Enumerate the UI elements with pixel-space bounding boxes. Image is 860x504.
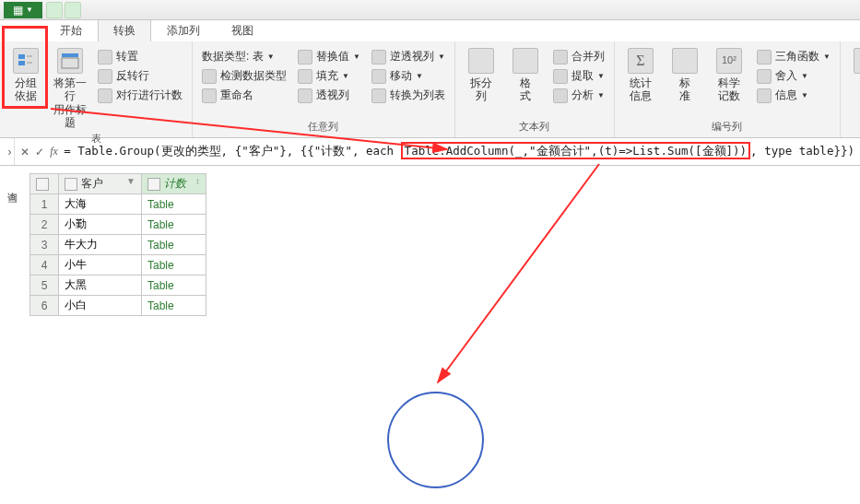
standard-label: 标 准: [679, 76, 690, 103]
info-button[interactable]: 信息 ▼: [753, 87, 834, 104]
table-row[interactable]: 5大黑Table: [30, 275, 206, 296]
extract-button[interactable]: 提取 ▼: [549, 67, 608, 85]
to-list-button[interactable]: 转换为列表: [368, 87, 449, 104]
detect-type-button[interactable]: 检测数据类型: [198, 67, 290, 85]
row-number: 6: [30, 296, 59, 316]
pivot-button[interactable]: 透视列: [294, 87, 364, 104]
group-number-column-title: 编号列: [620, 118, 834, 137]
group-by-label: 分组 依据: [15, 76, 37, 103]
cell-table-link[interactable]: Table: [142, 215, 206, 235]
expand-sidebar-button[interactable]: ›: [6, 138, 15, 165]
cell-customer[interactable]: 小牛: [59, 255, 142, 275]
cell-table-link[interactable]: Table: [142, 194, 206, 215]
cell-customer[interactable]: 牛大力: [59, 235, 142, 255]
chevron-down-icon: ▼: [801, 72, 808, 80]
chevron-down-icon: ▼: [416, 72, 423, 80]
row-number: 4: [30, 255, 59, 275]
qat-button-1[interactable]: [46, 2, 63, 18]
round-icon: [757, 69, 772, 84]
reverse-button[interactable]: 反转行: [94, 67, 186, 85]
qat-button-2[interactable]: [65, 2, 81, 18]
transpose-label: 转置: [116, 49, 138, 64]
formula-highlight: Table.AddColumn(_,"金额合计",(t)=>List.Sum([…: [401, 142, 751, 159]
reverse-icon: [98, 69, 112, 84]
parse-button[interactable]: 分析 ▼: [549, 87, 608, 104]
unpivot-label: 逆透视列: [390, 49, 434, 64]
data-type-label: 数据类型: 表: [202, 49, 264, 64]
tab-view[interactable]: 视图: [216, 19, 269, 41]
scientific-button[interactable]: 10²科学 记数: [709, 44, 749, 103]
cell-table-link[interactable]: Table: [142, 296, 206, 316]
unpivot-button[interactable]: 逆透视列 ▼: [368, 48, 449, 65]
table-row[interactable]: 6小白Table: [30, 296, 206, 316]
col-customer-label: 客户: [81, 177, 103, 190]
sci-icon: 10²: [716, 48, 742, 74]
replace-button[interactable]: 替换值 ▼: [294, 48, 364, 65]
table-row[interactable]: 4小牛Table: [30, 255, 206, 275]
data-preview-grid[interactable]: 客户▼ 计数↕ 1大海Table2小勤Table3牛大力Table4小牛Tabl…: [29, 173, 206, 316]
cell-table-link[interactable]: Table: [142, 275, 206, 296]
ribbon: 分组 依据 将第一行 用作标题 转置 反转行 对行进行计数 表 数据类型: 表 …: [0, 41, 860, 138]
round-button[interactable]: 舍入 ▼: [753, 67, 834, 85]
use-first-row-button[interactable]: 将第一行 用作标题: [50, 44, 90, 130]
chevron-down-icon: ▼: [267, 53, 275, 61]
tab-add-column[interactable]: 添加列: [151, 19, 216, 41]
formula-text[interactable]: = Table.Group(更改的类型, {"客户"}, {{"计数", eac…: [64, 144, 854, 159]
cell-table-link[interactable]: Table: [142, 255, 206, 275]
move-icon: [371, 69, 386, 84]
standard-button[interactable]: 标 准: [665, 44, 705, 103]
split-column-button[interactable]: 拆分 列: [461, 44, 501, 103]
tab-home[interactable]: 开始: [44, 19, 98, 41]
date-button[interactable]: 日 期: [846, 44, 860, 103]
transpose-button[interactable]: 转置: [94, 48, 186, 65]
svg-rect-3: [62, 58, 78, 68]
sci-label: 科学 记数: [718, 76, 740, 103]
data-type-button[interactable]: 数据类型: 表 ▼: [198, 48, 290, 65]
merge-icon: [553, 50, 568, 64]
quick-access-toolbar: [46, 2, 81, 18]
sort-button[interactable]: ▼: [126, 176, 135, 186]
svg-rect-0: [18, 54, 25, 59]
merge-col-button[interactable]: 合并列: [549, 48, 608, 65]
file-menu[interactable]: ▦ ▼: [4, 2, 42, 18]
format-button[interactable]: 格 式: [505, 44, 546, 103]
stats-button[interactable]: Σ统计 信息: [620, 44, 661, 103]
cell-table-link[interactable]: Table: [142, 235, 206, 255]
group-datetime: 日 期 时 间 日期 & 时: [841, 41, 860, 137]
info-label: 信息: [775, 88, 797, 103]
transpose-icon: [98, 50, 112, 64]
commit-formula-button[interactable]: ✓: [35, 146, 44, 158]
col-header-count[interactable]: 计数↕: [142, 174, 206, 194]
chevron-down-icon: ▼: [438, 53, 445, 61]
trig-label: 三角函数: [775, 49, 819, 64]
count-icon: [98, 88, 112, 103]
parse-icon: [553, 88, 568, 103]
formula-pre: = Table.Group(更改的类型, {"客户"}, {{"计数", eac…: [64, 144, 400, 158]
cell-customer[interactable]: 大黑: [59, 275, 142, 296]
rename-button[interactable]: 重命名: [198, 87, 290, 104]
pivot-label: 透视列: [316, 88, 349, 103]
rename-icon: [202, 88, 217, 103]
cell-customer[interactable]: 小白: [59, 296, 142, 316]
table-row[interactable]: 3牛大力Table: [30, 235, 206, 255]
tolist-label: 转换为列表: [390, 88, 445, 103]
fx-icon[interactable]: fx: [50, 145, 58, 158]
col-header-customer[interactable]: 客户▼: [59, 174, 142, 194]
expand-button[interactable]: ↕: [195, 176, 200, 186]
group-by-button[interactable]: 分组 依据: [6, 44, 46, 103]
table-row[interactable]: 1大海Table: [30, 194, 206, 215]
move-button[interactable]: 移动 ▼: [368, 67, 449, 85]
fill-button[interactable]: 填充 ▼: [294, 67, 364, 85]
trig-button[interactable]: 三角函数 ▼: [753, 48, 834, 65]
group-text-column-title: 文本列: [461, 118, 608, 137]
row-number: 2: [30, 215, 59, 235]
tolist-icon: [371, 88, 386, 103]
cancel-formula-button[interactable]: ✕: [20, 146, 29, 158]
tab-transform[interactable]: 转换: [98, 19, 151, 41]
cell-customer[interactable]: 小勤: [59, 215, 142, 235]
calendar-icon: [854, 48, 860, 74]
table-row[interactable]: 2小勤Table: [30, 215, 206, 235]
count-rows-button[interactable]: 对行进行计数: [94, 87, 186, 104]
cell-customer[interactable]: 大海: [59, 194, 142, 215]
unpivot-icon: [371, 50, 386, 64]
